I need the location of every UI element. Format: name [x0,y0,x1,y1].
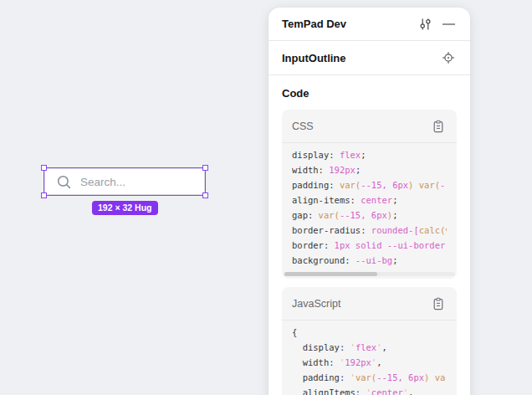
search-icon [57,175,71,189]
code-line: { [292,325,447,340]
code-line: padding: var(--15, 6px) var(-- [292,177,447,192]
code-line: border: 1px solid --ui-border- [292,238,447,253]
selection-handle-bottom-right[interactable] [202,192,208,198]
size-badge: 192 × 32 Hug [92,201,158,215]
copy-javascript-button[interactable] [430,295,447,312]
code-line: border-radius: rounded-[calc(v [292,223,447,238]
javascript-code: { display: 'flex', width: '192px', paddi… [282,321,457,395]
javascript-code-block: JavaScript { display: 'flex', width: '19… [282,287,457,395]
code-line: width: 192px; [292,162,447,177]
copy-icon [432,297,444,310]
panel-title: TemPad Dev [282,18,417,30]
javascript-block-label: JavaScript [292,298,430,310]
minimize-icon [442,18,455,31]
code-section: Code CSS display: flex;width: 192px;padd… [269,75,470,395]
selection-handle-top-left[interactable] [41,165,47,171]
settings-button[interactable] [417,16,433,33]
css-horizontal-scrollbar [284,272,455,276]
minimize-button[interactable] [440,16,457,33]
locate-node-button[interactable] [440,49,457,66]
tempad-dev-panel: TemPad Dev InputOutline [269,8,470,395]
copy-icon [432,120,444,133]
css-code: display: flex;width: 192px;padding: var(… [282,143,457,279]
locate-icon [442,51,455,64]
css-block-header[interactable]: CSS [282,110,457,143]
css-code-block: CSS display: flex;width: 192px;padding: … [282,110,457,279]
code-line: padding: 'var(--15, 6px) var [292,370,447,385]
selected-component[interactable]: Search... 192 × 32 Hug [44,168,205,195]
selection-handle-top-right[interactable] [202,165,208,171]
selected-node-row: InputOutline [269,41,470,75]
code-line: display: flex; [292,147,447,162]
copy-css-button[interactable] [430,118,447,135]
javascript-block-header[interactable]: JavaScript [282,287,457,321]
code-line: background: --ui-bg; [292,253,447,268]
search-placeholder-text: Search... [80,176,125,188]
code-section-title: Code [282,87,457,100]
sliders-icon [419,18,432,31]
code-line: align-items: center; [292,192,447,208]
css-block-label: CSS [292,121,430,132]
code-line: width: '192px', [292,355,447,370]
code-line: display: 'flex', [292,340,447,355]
panel-header: TemPad Dev [269,8,470,41]
selection-handle-bottom-left[interactable] [41,192,47,198]
component-name: InputOutline [282,52,440,64]
search-input-component[interactable]: Search... [44,168,205,195]
code-line: gap: var(--15, 6px); [292,208,447,223]
code-line: alignItems: 'center', [292,385,447,395]
css-scrollbar-thumb[interactable] [284,272,377,276]
